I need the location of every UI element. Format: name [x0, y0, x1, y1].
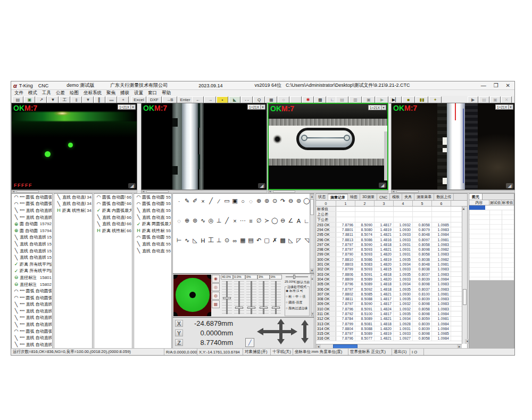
camera-3-vertical-scrollbar[interactable]	[384, 131, 387, 180]
table-row[interactable]: 306 OK7.87978.50921.48181.09350.80371.09…	[316, 287, 462, 292]
tool-icon[interactable]: ×	[199, 197, 207, 205]
feature-row[interactable]: ╲*** 直线 自动直线	[12, 321, 52, 328]
camera-view-1[interactable]: OKM:7 1=21X▼ FFFFF ◢	[11, 103, 137, 190]
tool-icon[interactable]: ▣	[231, 197, 239, 205]
tab-active[interactable]: 测量记录	[328, 194, 348, 200]
feature-row[interactable]: ◠*** 圆弧 自动圆弧	[12, 201, 52, 208]
feature-row[interactable]: ✓距离 所有线平均距离	[12, 268, 52, 275]
tool-icon[interactable]: ╱	[207, 197, 215, 205]
tool-icon[interactable]: ⊛	[263, 197, 271, 205]
menu-item[interactable]: 设置	[134, 90, 143, 96]
toolbox-scrollbar[interactable]: ▲▼	[310, 194, 314, 273]
feature-row[interactable]: ✓距离 内圆弧最大距	[94, 207, 132, 214]
slider-thumb[interactable]	[260, 307, 268, 309]
tool-icon[interactable]: ✎	[183, 197, 191, 205]
table-row[interactable]: 309 OK7.87978.50901.48171.09320.80981.09…	[316, 302, 462, 307]
jog-arrows-icon[interactable]	[257, 319, 310, 347]
slider-thumb[interactable]	[272, 307, 280, 309]
tool-icon[interactable]: ⊙	[223, 236, 231, 244]
table-row[interactable]: 302 OK7.87998.50931.48151.09330.80381.09…	[316, 267, 462, 272]
feature-row[interactable]: ╲直线 自动直线55	[134, 248, 171, 254]
feature-row[interactable]: ◠圆弧 自动圆弧55	[134, 201, 171, 208]
camera-4-zoom-select[interactable]: 1=21X▼	[495, 104, 513, 110]
tool-icon[interactable]: ∠	[287, 217, 295, 225]
camera-3-zoom-select[interactable]: 1=21X▼	[368, 105, 386, 110]
resize-grip-icon[interactable]: ◢	[379, 183, 386, 188]
table-row[interactable]: 313 OK7.87998.50811.48181.09280.80391.09…	[316, 322, 462, 326]
feature-row[interactable]: ╲直线 自动直线15	[12, 248, 52, 254]
table-row[interactable]: 304 OK7.88098.50891.48201.09330.80391.09…	[316, 277, 462, 282]
tool-icon[interactable]: ✐	[191, 197, 199, 205]
tool-icon[interactable]: ◌	[175, 217, 183, 225]
feature-row[interactable]: ╲*** 直线 自动直线	[12, 334, 52, 341]
table-row[interactable]: 307 OK7.88028.50851.48211.09300.81001.09…	[316, 292, 462, 297]
light-slider[interactable]: 3%	[257, 275, 270, 317]
tool-icon[interactable]: ◯	[271, 217, 279, 225]
tab-table[interactable]: CNC	[377, 194, 390, 200]
options-scrollbar[interactable]: ▲▼	[311, 275, 314, 316]
tool-icon[interactable]: ↷	[279, 197, 287, 205]
camera-view-3-selected[interactable]: OKM:7 1=21X▼ ◢	[268, 103, 388, 190]
menu-item[interactable]: 捕获	[120, 90, 129, 96]
minimize-button[interactable]: —	[481, 83, 486, 88]
resize-grip-icon[interactable]: ◢	[506, 183, 513, 188]
menu-item[interactable]: 绘图	[70, 90, 79, 96]
menu-item[interactable]: 帮助	[162, 90, 171, 96]
close-button[interactable]: ✕	[506, 83, 510, 88]
element-selected-row[interactable]	[469, 205, 514, 210]
tool-icon[interactable]: ⊢	[175, 236, 183, 244]
light-slider[interactable]: 0%	[270, 275, 282, 317]
tool-icon[interactable]: ◺	[191, 236, 199, 244]
table-row[interactable]: 296 OK7.88138.50861.48161.09330.80971.09…	[316, 237, 462, 242]
feature-row[interactable]: ◠*** 圆弧 自动圆弧	[12, 194, 52, 201]
tool-icon[interactable]: ⊥	[215, 217, 223, 225]
tool-icon[interactable]: ⊕	[183, 217, 191, 225]
brightness-slider[interactable]	[286, 276, 308, 277]
table-row[interactable]: 305 OK7.87968.50891.48181.09340.80981.09…	[316, 282, 462, 287]
tool-icon[interactable]: ⊛	[191, 217, 199, 225]
tab-table[interactable]: 模板	[390, 194, 402, 200]
feature-row[interactable]: ◠圆弧 自动圆弧55	[134, 234, 171, 241]
tool-icon[interactable]: ✗	[271, 236, 279, 244]
table-row[interactable]: 301 OK7.88038.50831.48201.09340.80481.09…	[316, 262, 462, 267]
ring-light-preview[interactable]	[173, 275, 211, 316]
tool-icon[interactable]: Η	[199, 236, 207, 244]
slider-thumb[interactable]	[247, 307, 255, 309]
tool-icon[interactable]: ▤	[247, 236, 255, 244]
feature-row[interactable]: ╲*** 直线 自动直线	[12, 207, 52, 214]
feature-row[interactable]: ╲直线 自动直线34	[54, 201, 92, 208]
table-row[interactable]: 300 OK7.88108.50861.48191.09350.80381.09…	[316, 257, 462, 262]
table-row[interactable]: 298 OK7.87978.50931.48211.09310.80981.09…	[316, 247, 462, 252]
table-row[interactable]: 297 OK7.87978.50901.48181.09310.80581.09…	[316, 242, 462, 247]
tool-icon[interactable]: ∿	[183, 236, 191, 244]
tab-table[interactable]: 状态	[316, 194, 328, 200]
feature-row[interactable]: ╲直线 自动直线55	[134, 207, 171, 214]
slider-thumb[interactable]	[235, 307, 243, 309]
tool-icon[interactable]: ↶	[255, 236, 263, 244]
feature-row[interactable]: ╲直线 自动直线66	[94, 220, 132, 227]
diagonal-move-button[interactable]: ╱	[245, 338, 254, 347]
feature-row[interactable]: H距离 线性标注66	[94, 227, 132, 234]
feature-row[interactable]: ⊕圆 自动圆15792	[12, 220, 52, 227]
feature-row[interactable]: ╲直线 自动直线34	[54, 194, 92, 201]
feature-row[interactable]: ✓距离 所有线平均距离	[12, 261, 52, 268]
tool-icon[interactable]: ◎	[207, 217, 215, 225]
tab-table[interactable]: 夹具	[402, 194, 414, 200]
tool-icon[interactable]: ⊖	[287, 197, 295, 205]
table-row[interactable]: 308 OK7.88118.50881.48171.09350.80391.09…	[316, 297, 462, 301]
feature-row[interactable]: ◠圆弧 自动圆弧66	[94, 194, 132, 201]
tool-icon[interactable]: ∕	[215, 197, 223, 205]
feature-row[interactable]: ╲直线 自动直线15	[12, 241, 52, 248]
feature-row[interactable]: ╲*** 直线 自动直线	[12, 341, 52, 348]
edge-mode-option[interactable]: ○ 阈值-强度	[286, 300, 309, 305]
tool-icon[interactable]: ▦	[239, 236, 247, 244]
feature-row[interactable]: ╲*** 直线 自动直线	[12, 301, 52, 308]
table-row[interactable]: 303 OK7.88068.50911.48181.09350.80371.09…	[316, 272, 462, 277]
tool-icon[interactable]: ≻	[263, 217, 271, 225]
slider-thumb[interactable]	[223, 297, 231, 299]
tab-table[interactable]: 3D测量	[360, 194, 377, 200]
table-row[interactable]: 311 OK7.87928.51001.48171.09350.80981.09…	[316, 311, 462, 316]
tool-icon[interactable]: ≡	[247, 217, 255, 225]
chevron-down-icon[interactable]: ▼	[509, 104, 513, 110]
resize-grip-icon[interactable]: ◢	[128, 183, 136, 188]
